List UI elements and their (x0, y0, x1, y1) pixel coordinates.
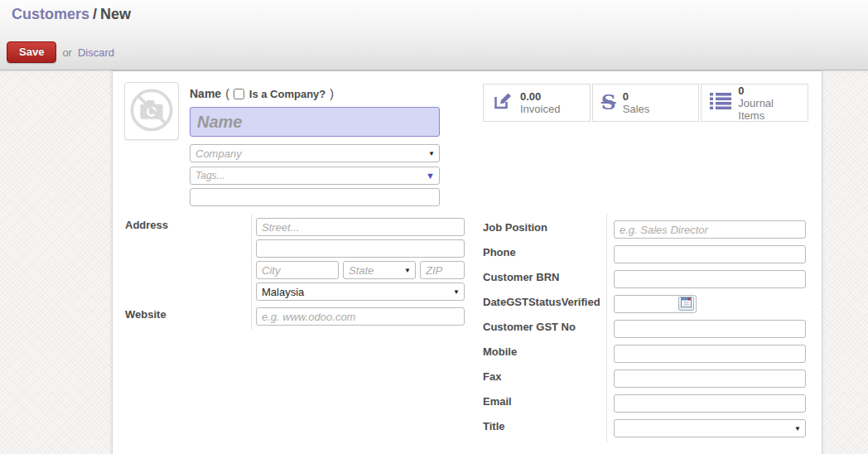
name-label-row: Name ( Is a Company? ) (190, 86, 338, 101)
street-input[interactable] (256, 218, 465, 236)
chevron-down-icon: ▼ (453, 288, 460, 296)
email-label: Email (483, 395, 512, 408)
is-a-company-label: Is a Company? (249, 88, 326, 100)
company-placeholder-text: Company (195, 147, 242, 160)
website-input[interactable] (256, 307, 465, 326)
paren-close: ) (326, 87, 338, 100)
job-position-input[interactable] (614, 220, 806, 239)
chevron-down-icon: ▼ (428, 150, 435, 157)
company-select[interactable]: Company ▼ (190, 144, 440, 162)
stat-buttons: 0.00 Invoiced S 0 Sales (483, 84, 808, 122)
left-group-separator (251, 214, 252, 330)
sales-stat-button[interactable]: S 0 Sales (592, 84, 700, 122)
state-select[interactable]: State ▼ (343, 261, 416, 279)
paren-open: ( (221, 87, 234, 100)
customer-brn-label: Customer BRN (483, 271, 559, 283)
zip-input[interactable] (420, 261, 465, 279)
invoiced-value: 0.00 (520, 90, 560, 103)
fax-label: Fax (483, 370, 501, 383)
journal-list-icon (710, 91, 731, 114)
calendar-icon (681, 297, 692, 310)
invoiced-stat-button[interactable]: 0.00 Invoiced (483, 84, 591, 122)
date-gst-status-verified-label: DateGSTStatusVerified (483, 296, 600, 308)
datepicker-button[interactable] (678, 297, 694, 311)
email-input[interactable] (614, 394, 806, 413)
fax-input[interactable] (614, 369, 806, 388)
save-button[interactable]: Save (7, 41, 56, 63)
journal-items-stat-button[interactable]: 0 Journal Items (701, 84, 808, 122)
country-select[interactable]: Malaysia ▼ (256, 283, 465, 301)
chevron-down-icon: ▼ (426, 171, 435, 181)
address-label: Address (125, 219, 168, 231)
or-text: or (62, 46, 72, 59)
discard-link[interactable]: Discard (78, 46, 114, 59)
date-gst-field (614, 295, 697, 313)
customer-gst-no-label: Customer GST No (483, 321, 576, 333)
customer-brn-input[interactable] (614, 270, 806, 288)
phone-input[interactable] (614, 245, 806, 263)
country-value: Malaysia (262, 286, 304, 298)
chevron-down-icon: ▼ (404, 267, 411, 274)
invoiced-label: Invoiced (520, 103, 560, 115)
breadcrumb-separator: / (89, 6, 100, 22)
title-label: Title (483, 420, 505, 432)
title-select[interactable]: ▼ (614, 419, 806, 437)
job-position-label: Job Position (483, 221, 547, 234)
extra-name-input[interactable] (190, 188, 440, 206)
tags-input[interactable]: Tags... ▼ (190, 167, 440, 185)
customer-gst-no-input[interactable] (614, 320, 806, 338)
journal-items-label: Journal Items (738, 97, 803, 122)
city-input[interactable] (256, 261, 339, 279)
chevron-down-icon: ▼ (794, 425, 801, 432)
street2-input[interactable] (256, 239, 465, 258)
form-action-row: Save or Discard (7, 41, 114, 63)
edit-pencil-icon (492, 90, 514, 115)
sales-value: 0 (623, 90, 650, 103)
tags-placeholder-text: Tags... (195, 170, 225, 181)
breadcrumb-customers-link[interactable]: Customers (12, 6, 89, 22)
phone-label: Phone (483, 246, 516, 258)
form-sheet: Name ( Is a Company? ) Company ▼ Tags...… (112, 70, 822, 454)
no-photo-camera-icon (127, 83, 176, 139)
name-label: Name (190, 87, 221, 100)
journal-items-value: 0 (738, 85, 803, 97)
customer-photo-placeholder[interactable] (124, 82, 179, 140)
right-group-separator (606, 214, 607, 442)
header-bar: Customers/New Save or Discard (0, 0, 868, 70)
form-background: Name ( Is a Company? ) Company ▼ Tags...… (0, 70, 868, 454)
breadcrumb-current: New (100, 6, 131, 22)
is-a-company-checkbox[interactable] (234, 89, 244, 99)
breadcrumb: Customers/New (12, 6, 131, 23)
mobile-input[interactable] (614, 345, 806, 363)
website-label: Website (125, 308, 166, 321)
sales-label: Sales (623, 103, 650, 115)
state-placeholder-text: State (349, 264, 374, 277)
mobile-label: Mobile (483, 345, 517, 358)
name-input[interactable] (190, 107, 440, 137)
sales-s-icon: S (601, 92, 616, 114)
